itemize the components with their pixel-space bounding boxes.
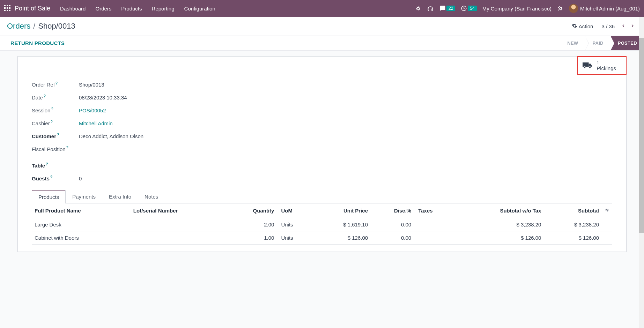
label-date: Date? <box>32 94 79 100</box>
menu-dashboard[interactable]: Dashboard <box>60 6 86 12</box>
tabs: Products Payments Extra Info Notes <box>32 190 612 203</box>
cell-taxes <box>414 231 455 245</box>
col-uom[interactable]: UoM <box>277 203 313 218</box>
cell-disc: 0.00 <box>371 231 414 245</box>
activities-badge: 54 <box>468 6 476 11</box>
cell-product-name: Cabinet with Doors <box>32 231 131 245</box>
scrollbar[interactable] <box>639 17 644 266</box>
label-table: Table? <box>32 162 79 169</box>
menu-orders[interactable]: Orders <box>95 6 111 12</box>
menu-products[interactable]: Products <box>121 6 142 12</box>
pager: 3 / 36 <box>601 23 637 29</box>
help-icon[interactable]: ? <box>51 107 53 111</box>
help-icon[interactable]: ? <box>44 94 46 98</box>
debug-icon[interactable] <box>415 5 421 12</box>
cell-subtotal: $ 3,238.20 <box>544 218 602 231</box>
cell-unit-price: $ 1,619.10 <box>313 218 371 231</box>
return-products-button[interactable]: RETURN PRODUCTS <box>10 36 65 50</box>
help-icon[interactable]: ? <box>50 175 53 179</box>
col-lot[interactable]: Lot/serial Number <box>131 203 226 218</box>
label-guests: Guests? <box>32 175 79 181</box>
svg-rect-4 <box>7 7 8 9</box>
help-icon[interactable]: ? <box>51 120 53 124</box>
pickings-stat-button[interactable]: 1 Pickings <box>577 56 627 75</box>
col-subtotal[interactable]: Subtotal <box>544 203 602 218</box>
svg-point-17 <box>607 210 608 211</box>
svg-point-9 <box>417 7 419 9</box>
svg-rect-1 <box>7 5 8 6</box>
messages-icon[interactable]: 22 <box>439 5 455 12</box>
messages-badge: 22 <box>446 6 455 11</box>
cell-product-name: Large Desk <box>32 218 131 231</box>
value-cashier[interactable]: Mitchell Admin <box>79 120 113 126</box>
status-bar: NEW PAID POSTED <box>560 36 644 50</box>
col-quantity[interactable]: Quantity <box>226 203 277 218</box>
activities-icon[interactable]: 54 <box>461 5 476 12</box>
apps-icon[interactable] <box>4 5 10 12</box>
tab-notes[interactable]: Notes <box>138 190 165 203</box>
cell-disc: 0.00 <box>371 218 414 231</box>
breadcrumb-separator: / <box>33 22 35 31</box>
table-row[interactable]: Large Desk2.00Units$ 1,619.100.00$ 3,238… <box>32 218 612 231</box>
avatar <box>569 4 578 13</box>
cell-uom: Units <box>277 231 313 245</box>
user-name: Mitchell Admin (Aug_001) <box>580 6 640 12</box>
table-settings-icon[interactable] <box>602 203 612 218</box>
value-guests: 0 <box>79 176 82 181</box>
subheader: RETURN PRODUCTS NEW PAID POSTED <box>0 36 644 51</box>
action-button[interactable]: Action <box>572 23 593 30</box>
table-row[interactable]: Cabinet with Doors1.00Units$ 126.000.00$… <box>32 231 612 245</box>
svg-rect-8 <box>9 10 10 11</box>
topbar: Point of Sale Dashboard Orders Products … <box>0 0 644 17</box>
label-fiscal-position: Fiscal Position? <box>32 146 79 152</box>
help-icon[interactable]: ? <box>55 81 58 85</box>
support-icon[interactable] <box>427 5 434 12</box>
cell-subtotal-wo: $ 3,238.20 <box>455 218 544 231</box>
svg-rect-6 <box>4 10 6 11</box>
gear-icon <box>572 23 577 30</box>
label-cashier: Cashier? <box>32 120 79 126</box>
cell-qty: 1.00 <box>226 231 277 245</box>
breadcrumb-parent[interactable]: Orders <box>7 22 30 31</box>
pager-next[interactable] <box>628 23 637 29</box>
tools-icon[interactable] <box>557 5 563 12</box>
app-title[interactable]: Point of Sale <box>15 5 50 12</box>
help-icon[interactable]: ? <box>66 146 68 150</box>
cell-subtotal: $ 126.00 <box>544 231 602 245</box>
help-icon[interactable]: ? <box>46 162 48 166</box>
svg-point-16 <box>606 209 607 210</box>
help-icon[interactable]: ? <box>57 133 59 137</box>
company-switcher[interactable]: My Company (San Francisco) <box>482 6 552 12</box>
tab-payments[interactable]: Payments <box>66 190 102 203</box>
svg-rect-2 <box>9 5 10 6</box>
col-disc[interactable]: Disc.% <box>371 203 414 218</box>
form-body: Order Ref? Shop/0013 Date? 08/28/2023 10… <box>18 57 626 252</box>
menu-reporting[interactable]: Reporting <box>152 6 175 12</box>
svg-rect-0 <box>4 5 6 6</box>
col-product-name[interactable]: Full Product Name <box>32 203 131 218</box>
cell-unit-price: $ 126.00 <box>313 231 371 245</box>
svg-point-13 <box>589 66 591 68</box>
content-area: 1 Pickings Order Ref? Shop/0013 Date? 08… <box>0 51 644 266</box>
tab-extra-info[interactable]: Extra Info <box>102 190 138 203</box>
svg-rect-11 <box>583 62 589 67</box>
value-order-ref: Shop/0013 <box>79 82 104 88</box>
cell-lot <box>131 231 226 245</box>
order-lines-table: Full Product Name Lot/serial Number Quan… <box>32 203 612 245</box>
form-sheet: 1 Pickings Order Ref? Shop/0013 Date? 08… <box>17 56 627 252</box>
cell-lot <box>131 218 226 231</box>
pager-current: 3 <box>601 23 604 29</box>
cell-uom: Units <box>277 218 313 231</box>
scrollbar-thumb[interactable] <box>639 38 644 233</box>
col-unit-price[interactable]: Unit Price <box>313 203 371 218</box>
pickings-label: Pickings <box>597 65 616 71</box>
value-session[interactable]: POS/00052 <box>79 107 106 113</box>
pager-prev[interactable] <box>619 23 628 29</box>
col-taxes[interactable]: Taxes <box>414 203 455 218</box>
cell-qty: 2.00 <box>226 218 277 231</box>
col-subtotal-wo-tax[interactable]: Subtotal w/o Tax <box>455 203 544 218</box>
tab-products[interactable]: Products <box>32 190 66 203</box>
user-menu[interactable]: Mitchell Admin (Aug_001) <box>569 4 640 13</box>
status-new[interactable]: NEW <box>560 36 585 50</box>
menu-configuration[interactable]: Configuration <box>184 6 215 12</box>
